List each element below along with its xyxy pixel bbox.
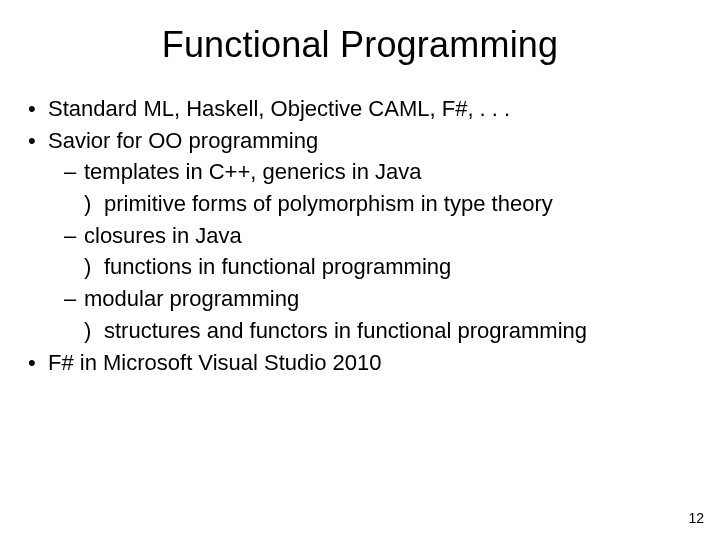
subbullet-item: templates in C++, generics in Java [28,157,692,187]
bullet-item: F# in Microsoft Visual Studio 2010 [28,348,692,378]
subsubbullet-item: structures and functors in functional pr… [28,316,692,346]
slide-title: Functional Programming [28,24,692,66]
page-number: 12 [688,510,704,526]
slide-body: Standard ML, Haskell, Objective CAML, F#… [28,94,692,377]
bullet-item: Standard ML, Haskell, Objective CAML, F#… [28,94,692,124]
slide: Functional Programming Standard ML, Hask… [0,0,720,540]
subsubbullet-item: functions in functional programming [28,252,692,282]
bullet-item: Savior for OO programming [28,126,692,156]
subbullet-item: closures in Java [28,221,692,251]
subsubbullet-item: primitive forms of polymorphism in type … [28,189,692,219]
subbullet-item: modular programming [28,284,692,314]
